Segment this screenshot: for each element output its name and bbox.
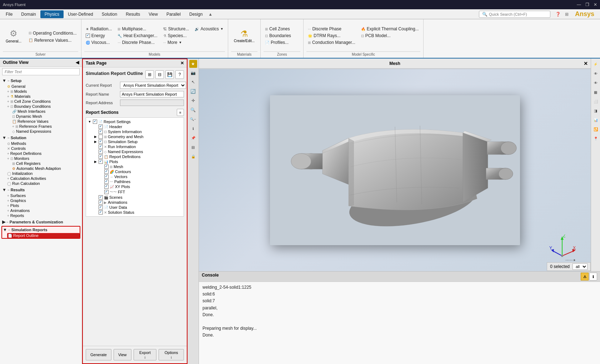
header-check[interactable]: ✓ [99, 125, 103, 129]
vectors-check[interactable]: ✓ [104, 175, 109, 179]
selected-type-dropdown[interactable]: all [572, 263, 588, 270]
sections-settings-button[interactable]: ≡ [177, 109, 184, 116]
discrete-phase-ms-button[interactable]: ···Discrete Phase [306, 26, 357, 32]
simulation-setup-expander[interactable]: ▶ [93, 140, 98, 144]
pathlines-row[interactable]: ✓ 〰 Pathlines [99, 179, 182, 184]
search-area[interactable]: 🔍 [479, 11, 550, 18]
named-expressions-s-check[interactable]: ✓ [99, 150, 103, 154]
dynamic-mesh-item[interactable]: ⊡Dynamic Mesh [11, 114, 80, 119]
new-icon-button[interactable]: ⊞ [145, 70, 154, 79]
cell-zone-conditions-item[interactable]: +⊞Cell Zone Conditions [6, 99, 80, 104]
lock-button[interactable]: 🔒 [189, 152, 198, 161]
fft-check[interactable]: ✓ [104, 190, 109, 194]
simulation-setup-check[interactable]: ✓ [99, 140, 103, 144]
setup-section-header[interactable]: ▼ − Setup [1, 77, 80, 84]
viscous-button[interactable]: 🌀Viscous... [84, 39, 114, 46]
methods-item[interactable]: ⊙Methods [6, 141, 80, 146]
pcb-model-button[interactable]: ⊡PCB Model... [360, 32, 420, 39]
calculation-activities-item[interactable]: +Calculation Activities [6, 176, 80, 181]
chart-button[interactable]: 📊 [591, 116, 600, 124]
menu-item-parallel[interactable]: Parallel [162, 10, 185, 18]
monitors-item[interactable]: +⊡Monitors [6, 156, 80, 161]
pin-button[interactable]: 📌 [189, 133, 198, 142]
rotate-button[interactable]: 🔄 [189, 87, 198, 96]
animations-s-check[interactable]: ✓ [99, 200, 103, 204]
animations-s-row[interactable]: ✓ ▶ Animations [93, 200, 182, 205]
graphics-item[interactable]: +Graphics [6, 198, 80, 203]
outline-collapse-button[interactable]: ◀ [76, 60, 79, 65]
more-button[interactable]: ···More▼ [162, 39, 191, 46]
select-button[interactable]: ↖ [189, 78, 198, 86]
named-expressions-s-row[interactable]: ✓ ◇ Named Expressions [93, 149, 182, 154]
settings-icon[interactable]: ⊞ [565, 12, 569, 17]
discrete-phase-button[interactable]: ···Discrete Phase... [116, 39, 159, 46]
report-address-input[interactable] [120, 100, 184, 106]
setup-expander[interactable]: ▼ [2, 78, 6, 83]
close-button[interactable]: ✕ [594, 2, 597, 7]
mesh-3d-viewport[interactable]: Z X Y [199, 69, 591, 271]
mesh-display-button[interactable]: ▦ [591, 88, 600, 96]
geometry-mesh-row[interactable]: ▶ ⊞ Geometry and Mesh [93, 134, 182, 139]
profiles-button[interactable]: 📄Profiles... [264, 39, 300, 46]
system-info-check[interactable]: ✓ [99, 130, 103, 134]
general-button[interactable]: ⚙ General... [3, 27, 24, 45]
pan-button[interactable]: ✛ [189, 96, 198, 105]
pin-right-button[interactable]: 📍 [591, 134, 600, 143]
overlay-button[interactable]: ◨ [591, 106, 600, 115]
generate-button[interactable]: Generate [86, 349, 111, 360]
initialization-item[interactable]: ◯Initialization [6, 171, 80, 176]
scenes-row[interactable]: ✓ 🎬 Scenes [93, 195, 182, 200]
general-item[interactable]: ⚙General [6, 84, 80, 89]
heat-exchanger-button[interactable]: 🔧Heat Exchanger... [116, 32, 159, 39]
reference-values-button[interactable]: 📋 Reference Values... [27, 37, 78, 44]
menu-item-results[interactable]: Results [121, 10, 144, 18]
geometry-mesh-check[interactable] [99, 135, 103, 139]
menu-item-file[interactable]: File [1, 10, 17, 18]
scenes-check[interactable]: ✓ [99, 195, 103, 199]
conduction-manager-button[interactable]: ⊞Conduction Manager... [306, 39, 357, 46]
acoustics-button[interactable]: 🔊Acoustics▼ [193, 26, 225, 32]
help-icon[interactable]: ❓ [555, 12, 561, 17]
species-button[interactable]: ⚗Species... [162, 32, 191, 39]
report-definitions-item[interactable]: +Report Definitions [6, 151, 80, 156]
maximize-button[interactable]: ❐ [585, 2, 589, 7]
current-report-select[interactable]: Ansys Fluent Simulation Report [120, 82, 186, 89]
report-settings-check[interactable]: ✓ [93, 120, 97, 124]
info-button[interactable]: ℹ [189, 124, 198, 133]
structure-button[interactable]: 🏗Structure... [162, 26, 191, 32]
console-warning-button[interactable]: ⚠ [581, 273, 589, 280]
menu-item-user-defined[interactable]: User-Defined [64, 10, 98, 18]
radiation-button[interactable]: ☀Radiation... [84, 26, 114, 32]
camera-button[interactable]: 📷 [189, 69, 198, 77]
wireframe-button[interactable]: 👁 [591, 79, 600, 87]
vectors-row[interactable]: ✓ → Vectors [99, 174, 182, 179]
energy-button[interactable]: ✓ Energy [84, 32, 114, 39]
report-settings-expander[interactable]: ▼ [88, 120, 92, 124]
view-button[interactable]: View [114, 349, 131, 360]
options-button[interactable]: Options ↓ [159, 349, 184, 360]
create-edit-button[interactable]: ⚗ Create/Edit... [231, 27, 258, 44]
simulation-setup-row[interactable]: ▶ ✓ ⊡ Simulation Setup [93, 139, 182, 144]
operating-conditions-button[interactable]: ⊟ Operating Conditions... [27, 30, 78, 36]
menu-item-view[interactable]: View [144, 10, 162, 18]
xy-plots-check[interactable]: ✓ [104, 184, 109, 189]
solution-status-check[interactable]: ✓ [99, 210, 103, 214]
cell-registers-item[interactable]: ⊞Cell Registers [11, 161, 80, 166]
plots-s-check[interactable]: ✓ [99, 160, 103, 164]
mesh-s-check[interactable]: ✓ [104, 165, 109, 169]
console-info-button[interactable]: ℹ [589, 273, 597, 280]
pathlines-check[interactable]: ✓ [104, 180, 109, 184]
minimize-button[interactable]: — [577, 2, 581, 7]
parameters-section-header[interactable]: ▶ − Parameters & Customization [1, 219, 80, 225]
plots-item[interactable]: +Plots [6, 203, 80, 208]
zoom-in-button[interactable]: 🔍 [189, 106, 198, 114]
zoom-out-button[interactable]: 🔍− [189, 115, 198, 123]
mesh-s-row[interactable]: ✓ ⊞ Mesh [99, 164, 182, 169]
search-input[interactable] [489, 12, 542, 16]
plots-s-expander[interactable]: ▶ [93, 160, 98, 164]
mesh-interfaces-item[interactable]: 🔗Mesh Interfaces [11, 109, 80, 114]
help-icon-button[interactable]: ? [175, 70, 184, 79]
solution-status-row[interactable]: ✓ ✕ Solution Status [93, 210, 182, 215]
multiphase-button[interactable]: ⊞Multiphase... [116, 26, 159, 32]
render-mode-button[interactable]: ⚡ [591, 60, 600, 69]
